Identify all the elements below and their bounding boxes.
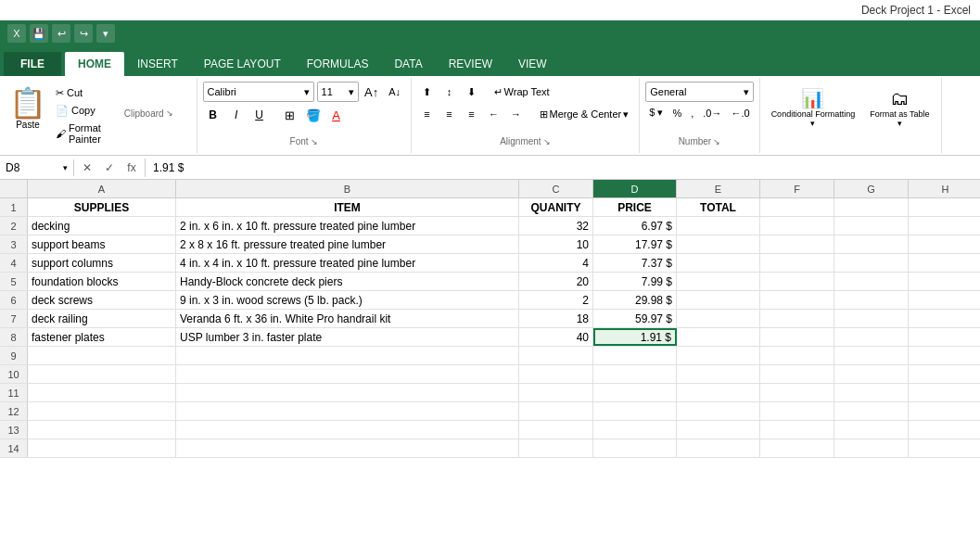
cell-12-col-h[interactable]: [909, 402, 980, 420]
row-num-13[interactable]: 13: [0, 421, 28, 439]
confirm-formula-icon[interactable]: ✓: [100, 159, 119, 177]
tab-insert[interactable]: INSERT: [124, 52, 191, 76]
cell-13-col-e[interactable]: [677, 421, 760, 439]
cell-7-col-g[interactable]: [834, 310, 909, 327]
cell-10-col-c[interactable]: [519, 365, 593, 383]
save-icon[interactable]: 💾: [30, 24, 48, 43]
cell-7-col-a[interactable]: deck railing: [28, 310, 176, 327]
font-color-button[interactable]: A: [326, 105, 347, 125]
col-header-d[interactable]: D: [593, 180, 677, 197]
increase-indent-button[interactable]: →: [506, 104, 527, 124]
cell-5-col-c[interactable]: 20: [519, 273, 593, 290]
cell-3-col-a[interactable]: support beams: [28, 235, 176, 253]
format-as-table-button[interactable]: 🗂 Format as Table ▾: [864, 80, 935, 135]
cell-14-col-f[interactable]: [760, 439, 834, 457]
cell-8-col-b[interactable]: USP lumber 3 in. faster plate: [176, 328, 519, 346]
cell-10-col-g[interactable]: [834, 365, 909, 383]
row-num-8[interactable]: 8: [0, 328, 28, 346]
cell-5-col-h[interactable]: [909, 273, 980, 290]
col-header-h[interactable]: H: [909, 180, 980, 197]
redo-icon[interactable]: ↪: [74, 24, 93, 43]
cell-7-col-c[interactable]: 18: [519, 310, 593, 327]
cell-1-col-c[interactable]: QUANITY: [519, 198, 593, 216]
cell-4-col-d[interactable]: 7.37 $: [593, 254, 677, 272]
row-num-7[interactable]: 7: [0, 310, 28, 327]
cell-4-col-f[interactable]: [760, 254, 834, 272]
format-painter-button[interactable]: 🖌 Format Painter: [52, 121, 105, 146]
cell-8-col-h[interactable]: [909, 328, 980, 346]
cell-8-col-g[interactable]: [834, 328, 909, 346]
decrease-decimal-button[interactable]: ←.0: [727, 106, 753, 121]
cell-13-col-f[interactable]: [760, 421, 834, 439]
cell-13-col-c[interactable]: [519, 421, 593, 439]
cell-4-col-h[interactable]: [909, 254, 980, 272]
cut-button[interactable]: ✂ Cut: [52, 85, 105, 101]
tab-file[interactable]: FILE: [4, 52, 61, 76]
align-bottom-button[interactable]: ⬇: [462, 82, 482, 102]
cell-5-col-a[interactable]: foundation blocks: [28, 273, 176, 290]
row-num-14[interactable]: 14: [0, 439, 28, 457]
cell-5-col-d[interactable]: 7.99 $: [593, 273, 677, 290]
paste-button[interactable]: 📋 Paste: [6, 86, 50, 146]
cell-3-col-b[interactable]: 2 x 8 x 16 ft. pressure treated pine lum…: [176, 235, 519, 253]
align-middle-button[interactable]: ↕: [439, 82, 460, 102]
currency-button[interactable]: $ ▾: [645, 105, 667, 121]
corner-cell[interactable]: [0, 180, 28, 197]
cell-6-col-h[interactable]: [909, 291, 980, 309]
cell-8-col-f[interactable]: [760, 328, 834, 346]
cell-7-col-e[interactable]: [677, 310, 760, 327]
comma-button[interactable]: ,: [687, 106, 697, 121]
cell-2-col-g[interactable]: [834, 217, 909, 235]
cell-3-col-f[interactable]: [760, 235, 834, 253]
cell-2-col-d[interactable]: 6.97 $: [593, 217, 677, 235]
cell-2-col-a[interactable]: decking: [28, 217, 176, 235]
underline-button[interactable]: U: [249, 105, 270, 125]
cell-1-col-b[interactable]: ITEM: [176, 198, 519, 216]
cell-7-col-h[interactable]: [909, 310, 980, 327]
cell-13-col-a[interactable]: [28, 421, 176, 439]
number-format-dropdown[interactable]: General ▾: [645, 82, 753, 102]
cell-6-col-f[interactable]: [760, 291, 834, 309]
cell-11-col-f[interactable]: [760, 384, 834, 401]
cell-8-col-d[interactable]: 1.91 $: [593, 328, 677, 346]
cell-5-col-b[interactable]: Handy-Block concrete deck piers: [176, 273, 519, 290]
cell-13-col-d[interactable]: [593, 421, 677, 439]
cell-12-col-a[interactable]: [28, 402, 176, 420]
align-left-button[interactable]: ≡: [417, 104, 438, 124]
cell-6-col-b[interactable]: 9 in. x 3 in. wood screws (5 lb. pack.): [176, 291, 519, 309]
cell-11-col-d[interactable]: [593, 384, 677, 401]
cell-11-col-g[interactable]: [834, 384, 909, 401]
cell-11-col-e[interactable]: [677, 384, 760, 401]
decrease-indent-button[interactable]: ←: [484, 104, 504, 124]
cell-1-col-g[interactable]: [834, 198, 909, 216]
formula-input[interactable]: 1.91 $: [146, 159, 980, 176]
row-num-3[interactable]: 3: [0, 235, 28, 253]
cell-11-col-a[interactable]: [28, 384, 176, 401]
cell-7-col-d[interactable]: 59.97 $: [593, 310, 677, 327]
row-num-12[interactable]: 12: [0, 402, 28, 420]
cell-10-col-e[interactable]: [677, 365, 760, 383]
tab-page-layout[interactable]: PAGE LAYOUT: [191, 52, 294, 76]
font-name-dropdown[interactable]: Calibri ▾: [203, 82, 314, 102]
row-num-2[interactable]: 2: [0, 217, 28, 235]
wrap-text-button[interactable]: ↵ Wrap Text: [490, 84, 554, 100]
cell-13-col-g[interactable]: [834, 421, 909, 439]
col-header-a[interactable]: A: [28, 180, 176, 197]
cell-14-col-h[interactable]: [909, 439, 980, 457]
cell-1-col-d[interactable]: PRICE: [593, 198, 677, 216]
alignment-expand-icon[interactable]: ↘: [543, 137, 551, 146]
cell-6-col-a[interactable]: deck screws: [28, 291, 176, 309]
cell-10-col-a[interactable]: [28, 365, 176, 383]
cell-2-col-f[interactable]: [760, 217, 834, 235]
cell-5-col-e[interactable]: [677, 273, 760, 290]
cell-14-col-c[interactable]: [519, 439, 593, 457]
cell-14-col-b[interactable]: [176, 439, 519, 457]
cell-6-col-g[interactable]: [834, 291, 909, 309]
cell-5-col-g[interactable]: [834, 273, 909, 290]
cell-9-col-c[interactable]: [519, 347, 593, 364]
tab-review[interactable]: REVIEW: [436, 52, 505, 76]
merge-center-button[interactable]: ⊞ Merge & Center ▾: [535, 106, 634, 123]
cell-4-col-e[interactable]: [677, 254, 760, 272]
conditional-formatting-button[interactable]: 📊 Conditional Formatting ▾: [766, 80, 861, 135]
cell-2-col-h[interactable]: [909, 217, 980, 235]
